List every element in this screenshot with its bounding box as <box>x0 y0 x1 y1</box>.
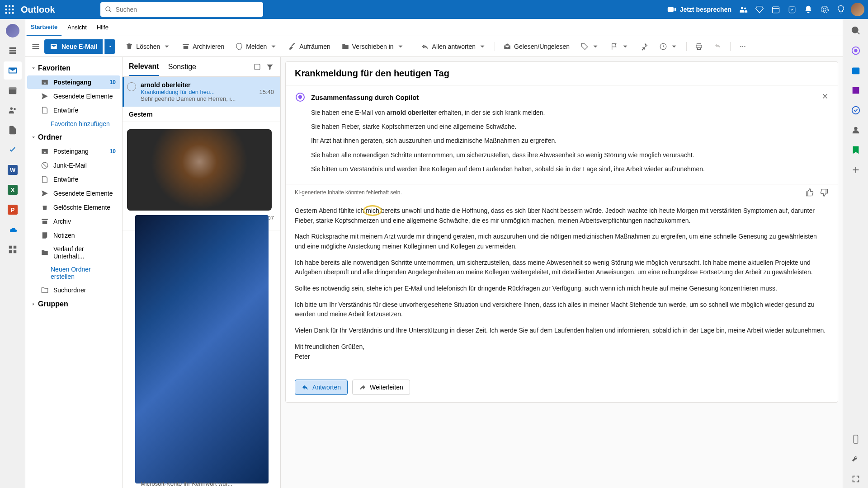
rail-people[interactable] <box>4 101 22 119</box>
folder-history[interactable]: Verlauf der Unterhalt... <box>27 243 120 263</box>
sweep-button[interactable]: Aufräumen <box>284 39 335 54</box>
filter-icon[interactable] <box>266 63 274 71</box>
folder-inbox-2[interactable]: Posteingang10 <box>27 145 120 158</box>
groups-section[interactable]: Gruppen <box>25 297 122 311</box>
thumbs-up-icon[interactable] <box>805 188 814 197</box>
calendar-day-icon[interactable] <box>768 1 784 18</box>
teams-icon[interactable] <box>735 1 751 18</box>
my-day-icon[interactable] <box>784 1 800 18</box>
svg-point-8 <box>12 12 14 14</box>
rr-expand[interactable] <box>847 470 865 488</box>
search-input[interactable] <box>116 6 259 13</box>
search-box[interactable] <box>100 2 263 17</box>
rail-excel[interactable]: X <box>4 181 22 199</box>
folder-notes[interactable]: Notizen <box>27 229 120 242</box>
inbox-icon <box>41 78 49 86</box>
meet-now-button[interactable]: Jetzt besprechen <box>667 5 731 14</box>
rail-word[interactable]: W <box>4 161 22 179</box>
message-item[interactable]: arnold oberleiter Krankmeldung für den h… <box>123 77 280 107</box>
archive-icon <box>182 42 190 51</box>
ribbon-help[interactable]: Hilfe <box>92 19 113 36</box>
folder-drafts[interactable]: Entwürfe <box>27 103 120 117</box>
mail-icon <box>50 42 58 51</box>
rail-mail[interactable] <box>4 61 22 80</box>
rail-calendar[interactable] <box>4 81 22 99</box>
read-unread-button[interactable]: Gelesen/Ungelesen <box>499 39 574 54</box>
folder-sent[interactable]: Gesendete Elemente <box>27 89 120 103</box>
rail-home[interactable] <box>4 22 22 40</box>
new-mail-dropdown[interactable] <box>104 39 115 54</box>
select-icon[interactable] <box>253 63 261 71</box>
tab-other[interactable]: Sonstige <box>168 58 196 75</box>
flag-button[interactable] <box>606 39 634 54</box>
notifications-icon[interactable] <box>800 1 816 18</box>
svg-point-3 <box>5 9 7 10</box>
folder-archive[interactable]: Archiv <box>27 215 120 228</box>
folders-section[interactable]: Ordner <box>25 131 122 144</box>
folder-deleted[interactable]: Gelöschte Elemente <box>27 201 120 214</box>
rr-notes[interactable] <box>847 81 865 99</box>
rail-powerpoint[interactable]: P <box>4 201 22 219</box>
svg-rect-15 <box>9 52 16 54</box>
hamburger-icon[interactable] <box>29 40 42 53</box>
favorites-section[interactable]: Favoriten <box>25 61 122 75</box>
folder-drafts-2[interactable]: Entwürfe <box>27 173 120 186</box>
folder-inbox[interactable]: Posteingang10 <box>27 75 120 89</box>
folder-search[interactable]: Suchordner <box>27 283 120 297</box>
rr-copilot[interactable] <box>847 42 865 60</box>
rail-todo[interactable] <box>4 141 22 159</box>
close-button[interactable] <box>819 90 831 103</box>
reply-button[interactable]: Antworten <box>295 380 348 395</box>
pin-button[interactable] <box>636 39 653 54</box>
archive-button[interactable]: Archivieren <box>177 39 229 54</box>
rr-tasks[interactable] <box>847 101 865 119</box>
add-favorite[interactable]: Favoriten hinzufügen <box>27 117 120 130</box>
report-button[interactable]: Melden <box>231 39 282 54</box>
print-icon <box>695 42 703 51</box>
move-button[interactable]: Verschieben in <box>337 39 409 54</box>
chevron-down-icon <box>396 42 405 51</box>
new-mail-button[interactable]: Neue E-Mail <box>44 39 103 54</box>
forward-button[interactable]: Weiterleiten <box>352 380 410 395</box>
user-avatar[interactable] <box>851 3 864 16</box>
ai-disclaimer: KI-generierte Inhalte könnten fehlerhaft… <box>295 189 402 196</box>
print-button[interactable] <box>690 39 708 54</box>
rail-files[interactable] <box>4 121 22 139</box>
tips-icon[interactable] <box>833 1 849 18</box>
ribbon-view[interactable]: Ansicht <box>63 19 91 36</box>
svg-point-10 <box>744 7 746 9</box>
reply-all-button[interactable]: Allen antworten <box>417 39 491 54</box>
thumbs-down-icon[interactable] <box>820 188 829 197</box>
app-launcher[interactable] <box>4 4 15 15</box>
checkbox[interactable] <box>127 82 136 91</box>
snooze-button[interactable] <box>655 39 683 54</box>
new-folder[interactable]: Neuen Ordner erstellen <box>27 263 120 283</box>
rr-search[interactable] <box>847 22 865 40</box>
pin-icon <box>640 42 648 51</box>
rail-onedrive[interactable] <box>4 221 22 239</box>
rr-contacts[interactable] <box>847 121 865 139</box>
rr-bookings[interactable] <box>847 141 865 159</box>
svg-text:W: W <box>9 167 15 174</box>
rr-add[interactable] <box>847 161 865 179</box>
rail-more-apps[interactable] <box>4 240 22 258</box>
settings-icon[interactable] <box>816 1 833 18</box>
video-overlay <box>127 129 272 211</box>
rr-tool[interactable] <box>847 450 865 468</box>
rr-calendar[interactable] <box>847 61 865 80</box>
tab-focused[interactable]: Relevant <box>129 58 159 76</box>
rail-feed[interactable] <box>4 42 22 60</box>
email-body: Gestern Abend fühlte ich mich bereits un… <box>286 199 838 375</box>
folder-junk[interactable]: Junk-E-Mail <box>27 159 120 172</box>
ribbon-home[interactable]: Startseite <box>26 19 62 36</box>
more-button[interactable] <box>734 39 751 54</box>
undo-button[interactable] <box>709 39 726 54</box>
draft-icon <box>41 175 49 183</box>
svg-point-19 <box>14 108 16 110</box>
junk-icon <box>41 161 49 169</box>
rr-phone[interactable] <box>847 430 865 448</box>
tag-button[interactable] <box>576 39 604 54</box>
diamond-icon[interactable] <box>751 1 768 18</box>
delete-button[interactable]: Löschen <box>121 39 175 54</box>
folder-sent-2[interactable]: Gesendete Elemente <box>27 187 120 200</box>
